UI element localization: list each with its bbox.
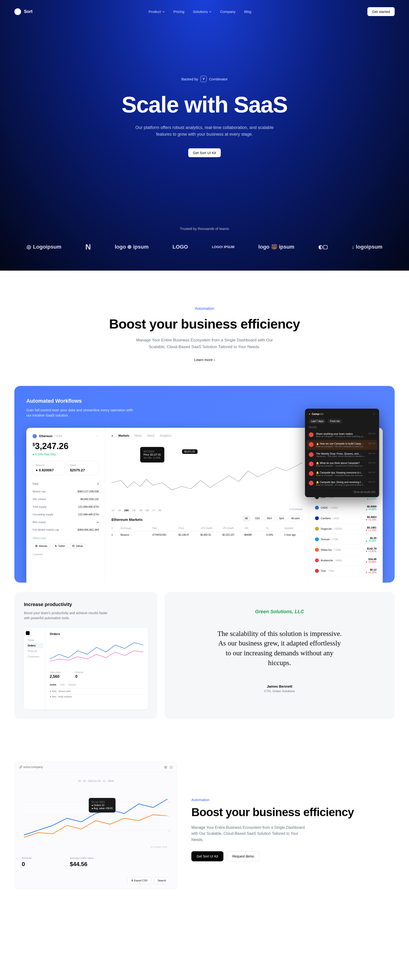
split-content: Automation Boost your business efficienc… xyxy=(191,762,395,862)
prod-subtitle: Boost your team's productivity and achie… xyxy=(24,611,112,620)
notif-row[interactable]: 🔥 How we use Campsite to build Camp…Bria… xyxy=(307,440,377,450)
notif-tab[interactable]: From me xyxy=(328,419,342,423)
stat-row: 24h volume$9,682,939,132 xyxy=(32,495,99,503)
nav-blog[interactable]: Blog xyxy=(244,10,251,14)
timeframe-selector: 1H3H24H1W1M6M1YAll xyxy=(111,509,161,512)
brand-logo xyxy=(14,8,21,15)
tf-option[interactable]: All xyxy=(159,509,161,512)
filter-pill[interactable]: CEX xyxy=(252,515,263,521)
prod-title: Increase productivity xyxy=(24,602,148,607)
partner-logo: logo ⊕ ipsum xyxy=(115,244,148,250)
tf-option[interactable]: 1H xyxy=(111,509,115,512)
notif-row[interactable]: 🔔 Campsite tips: Giving and receiving f…… xyxy=(309,479,375,488)
partner-logo: logo 🐻 ipsum xyxy=(258,244,294,250)
learn-more-link[interactable]: Learn more › xyxy=(194,358,215,362)
date-range[interactable]: 10 · 10 · 2024 to 19 · 11 · 2024 xyxy=(22,780,170,783)
watchlist-row[interactable]: Avalanche/ AVAX$34.48▼ +0.66% xyxy=(315,555,377,566)
svg-text:5: 5 xyxy=(169,829,170,832)
tf-option[interactable]: 6M xyxy=(146,509,149,512)
watchlist-row[interactable]: Cardano/ ADA$0.4663▼ +0.20% xyxy=(315,513,377,524)
balance-box: Balance● 0.820067 xyxy=(32,461,65,475)
crypto-change: ● 0.15% Past Day xyxy=(32,453,99,456)
watchlist-row[interactable]: Tron/ TRX$0.12▼ +0.15% xyxy=(315,566,377,576)
tab-about[interactable]: About xyxy=(147,434,154,438)
sidebar-icon[interactable]: ◫ xyxy=(170,765,172,769)
app-icon xyxy=(26,631,30,635)
card-subtitle: Gain full control over your data and str… xyxy=(26,407,136,418)
automated-workflows-card: Automated Workflows Gain full control ov… xyxy=(14,386,395,582)
filter-pill[interactable]: Spot xyxy=(277,515,287,521)
notif-row[interactable]: Share anything your team makesBrian at C… xyxy=(309,430,375,440)
testimonial-logo: Green Solutions, LLC xyxy=(177,609,383,614)
github-chip[interactable]: Github xyxy=(70,543,85,549)
orders-chart xyxy=(50,638,143,667)
partner-logo: ◎ Logoipsum xyxy=(27,244,62,250)
nav-links: Product Pricing Solutions Company Blog xyxy=(148,10,251,14)
notification-panel: ●Campsite ✕ Last 7 days From me Results … xyxy=(305,409,379,497)
close-icon[interactable]: ✕ xyxy=(373,412,375,415)
nav-solutions[interactable]: Solutions xyxy=(193,10,212,14)
stat-row: Market cap$363,127,209,538 xyxy=(32,488,99,495)
eth-icon xyxy=(32,434,37,438)
filter-pill[interactable]: DEX xyxy=(264,515,275,521)
show-all-link[interactable]: Show all results (24) xyxy=(309,491,375,493)
stat-row: Circulating supply122.049.445 ETH xyxy=(32,511,99,518)
stat-row: Max supply∞ xyxy=(32,518,99,526)
notif-row[interactable]: 🔔 Campsite tips: Keeping everyone in t…B… xyxy=(309,469,375,479)
nav-company[interactable]: Company xyxy=(220,10,236,14)
logo-strip: ◎ Logoipsum N logo ⊕ ipsum LOGO LOGO! IP… xyxy=(0,243,409,251)
star-icon[interactable]: ☆ xyxy=(96,434,99,438)
website-chip[interactable]: Website xyxy=(32,543,50,549)
watchlist-row[interactable]: USDC/ USDC$0.9999▲ +0.09% xyxy=(315,503,377,513)
notif-tab[interactable]: Last 7 days xyxy=(309,419,326,423)
partner-logo: LOGO xyxy=(172,244,188,250)
tab-news[interactable]: News xyxy=(135,434,142,438)
watchlist-row[interactable]: Dogecoin/ DOGE$0.1481▼ +1.26% xyxy=(315,524,377,534)
tab-markets[interactable]: Markets xyxy=(118,434,129,438)
get-started-button[interactable]: Get started xyxy=(368,7,395,16)
brand[interactable]: Sort xyxy=(14,8,32,15)
tf-option[interactable]: 1W xyxy=(132,509,135,512)
browser-chart: 15 10 5 03 Jul, 2024 ● Orders 12 ● Avg. … xyxy=(22,787,170,847)
notif-tabs: Last 7 days From me xyxy=(309,419,375,423)
export-csv-button[interactable]: ⬇ Export CSV xyxy=(127,877,151,884)
mock-sidebar: Home Orders Products Customers xyxy=(24,628,45,709)
card-title: Automated Workflows xyxy=(26,398,383,404)
stat-row: Full diluted market cap$384,056,961,343 xyxy=(32,526,99,533)
panel-icon[interactable]: ▤ xyxy=(164,765,167,769)
chart-tooltip: 4/27/2024 Price: $3,127.81 Vol 24h: 11,0… xyxy=(140,447,164,463)
price-chart: 4/27/2024 Price: $3,127.81 Vol 24h: 11,0… xyxy=(111,440,302,507)
tf-option[interactable]: 1M xyxy=(139,509,142,512)
request-demo-button[interactable]: Request demo xyxy=(227,851,259,861)
twitter-chip[interactable]: Twitter xyxy=(52,543,68,549)
tab-analytics[interactable]: Analytics xyxy=(160,434,171,438)
nav-pricing[interactable]: Pricing xyxy=(173,10,185,14)
watchlist-row[interactable]: Shiba Inu/ SHIB$142.78▼ +2.47% xyxy=(315,545,377,555)
hero-cta-button[interactable]: Get Sort UI Kit xyxy=(188,148,221,157)
two-cards-row: Increase productivity Boost your team's … xyxy=(14,592,395,719)
partner-logo: N xyxy=(85,243,91,251)
filter-pill[interactable]: All pairs xyxy=(288,515,302,521)
trusted-label: Trusted by thousands of teams xyxy=(0,227,409,231)
notif-row[interactable]: The Weekly Drop: Fixes, Queues, and…Alex… xyxy=(309,450,375,460)
section-title: Boost your business efficiency xyxy=(0,317,409,331)
download-link[interactable]: ⊙ Download xyxy=(289,508,302,511)
nav-product[interactable]: Product xyxy=(148,10,165,14)
partner-logo: ◐▢ xyxy=(318,244,328,250)
browser-mock: 🔗 sortui.company ▤ ◫ 10 · 10 · 2024 to 1… xyxy=(14,762,177,889)
search-button[interactable]: Search xyxy=(154,877,170,884)
orders-title: Orders xyxy=(50,632,143,636)
crypto-sidebar: Ethereum / ETH ☆ $3,247.26 ● 0.15% Past … xyxy=(26,428,105,582)
get-kit-button[interactable]: Get Sort UI Kit xyxy=(191,851,223,861)
notif-results-label: Results xyxy=(309,426,375,428)
value-box: Value$2575.27 xyxy=(67,461,99,475)
tf-option[interactable]: 3H xyxy=(118,509,121,512)
brand-name: Sort xyxy=(24,9,32,14)
tf-option[interactable]: 1Y xyxy=(152,509,155,512)
notif-row[interactable]: 🔔 What do you think about Campsite?Brian… xyxy=(309,460,375,469)
watchlist-row[interactable]: Toncoin/ TON$5.35▲ +0.06% xyxy=(315,534,377,545)
testimonial-name: James Bennett xyxy=(177,684,383,688)
filter-pill[interactable]: All xyxy=(242,515,250,521)
tf-option[interactable]: 24H xyxy=(124,509,129,512)
svg-text:10: 10 xyxy=(169,815,170,818)
